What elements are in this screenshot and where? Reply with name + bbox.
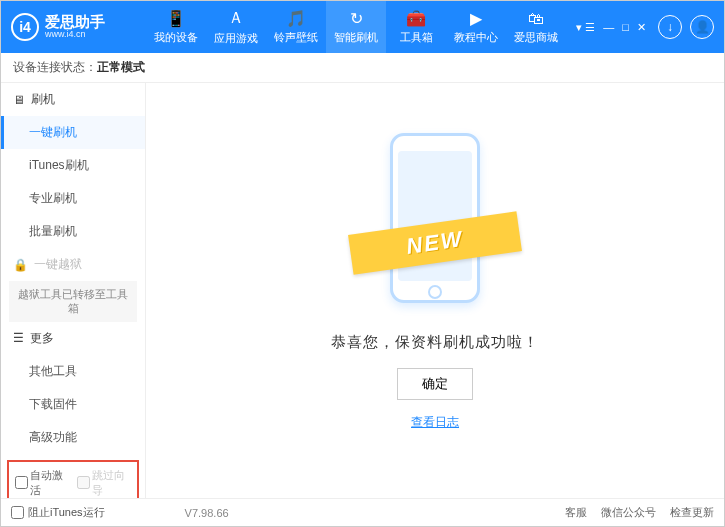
view-log-link[interactable]: 查看日志 <box>411 414 459 431</box>
auto-activate-checkbox[interactable]: 自动激活 <box>15 468 69 498</box>
skip-guide-input <box>77 476 90 489</box>
nav-icon: 🛍 <box>528 10 544 28</box>
skip-guide-checkbox: 跳过向导 <box>77 468 131 498</box>
nav-item-5[interactable]: ▶教程中心 <box>446 1 506 53</box>
maximize-button[interactable]: □ <box>622 21 629 34</box>
nav-label: 工具箱 <box>400 30 433 45</box>
window-controls: ▾ ☰ — □ ✕ <box>576 21 646 34</box>
nav-item-0[interactable]: 📱我的设备 <box>146 1 206 53</box>
nav-item-3[interactable]: ↻智能刷机 <box>326 1 386 53</box>
nav-label: 我的设备 <box>154 30 198 45</box>
nav-label: 教程中心 <box>454 30 498 45</box>
nav-icon: Ａ <box>228 8 244 29</box>
nav-label: 铃声壁纸 <box>274 30 318 45</box>
nav-icon: 🎵 <box>286 9 306 28</box>
auto-activate-label: 自动激活 <box>30 468 69 498</box>
app-title: 爱思助手 <box>45 14 105 31</box>
footer-link[interactable]: 微信公众号 <box>601 505 656 520</box>
lock-icon: 🔒 <box>13 258 28 272</box>
jailbreak-note: 越狱工具已转移至工具箱 <box>9 281 137 322</box>
nav-label: 爱思商城 <box>514 30 558 45</box>
sidebar-flash-item[interactable]: 专业刷机 <box>1 182 145 215</box>
logo-icon: i4 <box>11 13 39 41</box>
nav-icon: ▶ <box>470 9 482 28</box>
user-icon[interactable]: 👤 <box>690 15 714 39</box>
success-message: 恭喜您，保资料刷机成功啦！ <box>331 333 539 352</box>
sidebar-more-head[interactable]: ☰ 更多 <box>1 322 145 355</box>
auto-activate-input[interactable] <box>15 476 28 489</box>
sidebar-flash-head[interactable]: 🖥 刷机 <box>1 83 145 116</box>
more-icon: ☰ <box>13 331 24 345</box>
sidebar-options-box: 自动激活 跳过向导 <box>7 460 139 498</box>
flash-head-label: 刷机 <box>31 91 55 108</box>
footer-link[interactable]: 客服 <box>565 505 587 520</box>
version-label: V7.98.66 <box>185 507 229 519</box>
nav-label: 智能刷机 <box>334 30 378 45</box>
footer-link[interactable]: 检查更新 <box>670 505 714 520</box>
sidebar-flash-item[interactable]: 一键刷机 <box>1 116 145 149</box>
footer: 阻止iTunes运行 V7.98.66 客服微信公众号检查更新 <box>1 498 724 526</box>
nav-item-4[interactable]: 🧰工具箱 <box>386 1 446 53</box>
block-itunes-checkbox[interactable]: 阻止iTunes运行 <box>11 505 105 520</box>
nav-item-1[interactable]: Ａ应用游戏 <box>206 1 266 53</box>
nav-label: 应用游戏 <box>214 31 258 46</box>
phone-home-button <box>428 285 442 299</box>
block-itunes-label: 阻止iTunes运行 <box>28 505 105 520</box>
success-illustration: NEW <box>360 123 510 313</box>
sidebar-more-item[interactable]: 下载固件 <box>1 388 145 421</box>
nav-icon: ↻ <box>350 9 363 28</box>
sidebar-jailbreak-head: 🔒 一键越狱 <box>1 248 145 281</box>
nav-icon: 🧰 <box>406 9 426 28</box>
status-label: 设备连接状态： <box>13 59 97 76</box>
jailbreak-label: 一键越狱 <box>34 256 82 273</box>
status-value: 正常模式 <box>97 59 145 76</box>
minimize-button[interactable]: — <box>603 21 614 34</box>
sidebar: 🖥 刷机 一键刷机iTunes刷机专业刷机批量刷机 🔒 一键越狱 越狱工具已转移… <box>1 83 146 498</box>
sidebar-more-item[interactable]: 高级功能 <box>1 421 145 454</box>
app-url: www.i4.cn <box>45 30 105 40</box>
flash-icon: 🖥 <box>13 93 25 107</box>
download-icon[interactable]: ↓ <box>658 15 682 39</box>
sidebar-flash-item[interactable]: 批量刷机 <box>1 215 145 248</box>
nav-item-6[interactable]: 🛍爱思商城 <box>506 1 566 53</box>
more-head-label: 更多 <box>30 330 54 347</box>
app-logo: i4 爱思助手 www.i4.cn <box>1 13 146 41</box>
ok-button[interactable]: 确定 <box>397 368 473 400</box>
close-button[interactable]: ✕ <box>637 21 646 34</box>
nav-item-2[interactable]: 🎵铃声壁纸 <box>266 1 326 53</box>
main-content: NEW 恭喜您，保资料刷机成功啦！ 确定 查看日志 <box>146 83 724 498</box>
connection-status: 设备连接状态： 正常模式 <box>1 53 724 83</box>
footer-links: 客服微信公众号检查更新 <box>565 505 714 520</box>
sidebar-flash-item[interactable]: iTunes刷机 <box>1 149 145 182</box>
nav-icon: 📱 <box>166 9 186 28</box>
sidebar-more-item[interactable]: 其他工具 <box>1 355 145 388</box>
block-itunes-input[interactable] <box>11 506 24 519</box>
skip-guide-label: 跳过向导 <box>92 468 131 498</box>
menu-button[interactable]: ▾ ☰ <box>576 21 595 34</box>
app-header: i4 爱思助手 www.i4.cn 📱我的设备Ａ应用游戏🎵铃声壁纸↻智能刷机🧰工… <box>1 1 724 53</box>
top-nav: 📱我的设备Ａ应用游戏🎵铃声壁纸↻智能刷机🧰工具箱▶教程中心🛍爱思商城 <box>146 1 566 53</box>
